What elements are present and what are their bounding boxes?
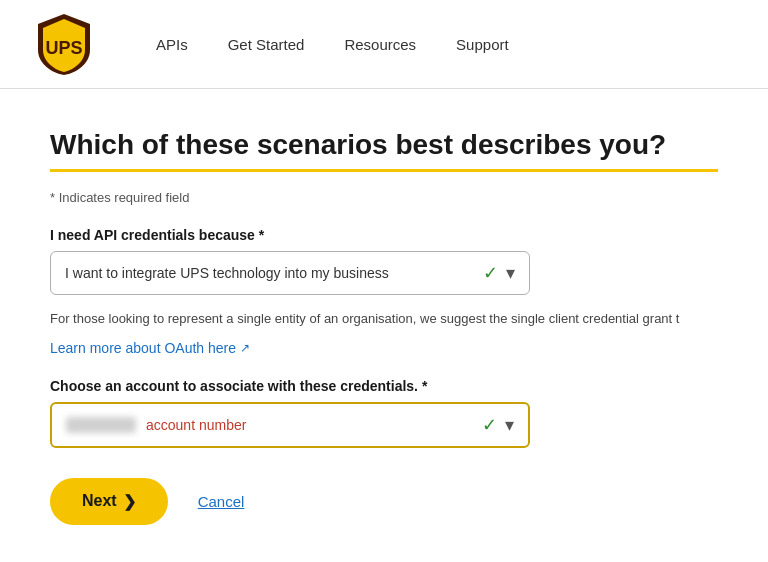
required-note: * Indicates required field xyxy=(50,190,718,205)
ups-logo-container[interactable]: UPS xyxy=(32,12,96,76)
credential-dropdown[interactable]: I want to integrate UPS technology into … xyxy=(50,251,530,295)
chevron-down-icon: ▾ xyxy=(506,262,515,284)
external-link-icon: ↗ xyxy=(240,341,250,355)
account-field-label: Choose an account to associate with thes… xyxy=(50,378,718,394)
next-button[interactable]: Next ❯ xyxy=(50,478,168,525)
svg-text:UPS: UPS xyxy=(45,38,82,58)
account-dropdown-icons: ✓ ▾ xyxy=(482,414,514,436)
account-blurred-number xyxy=(66,417,136,433)
dropdown-icons: ✓ ▾ xyxy=(483,262,515,284)
account-chevron-icon: ▾ xyxy=(505,414,514,436)
next-label: Next xyxy=(82,492,117,510)
account-number-text: account number xyxy=(146,417,246,433)
title-underline xyxy=(50,169,718,172)
info-text: For those looking to represent a single … xyxy=(50,309,718,329)
account-dropdown[interactable]: account number ✓ ▾ xyxy=(50,402,530,448)
account-check-icon: ✓ xyxy=(482,414,497,436)
next-arrow-icon: ❯ xyxy=(123,492,136,511)
main-nav: APIs Get Started Resources Support xyxy=(156,36,509,53)
cancel-button[interactable]: Cancel xyxy=(198,493,245,510)
nav-support[interactable]: Support xyxy=(456,36,509,53)
check-icon: ✓ xyxy=(483,262,498,284)
learn-more-link[interactable]: Learn more about OAuth here ↗ xyxy=(50,340,250,356)
account-left: account number xyxy=(66,417,482,433)
button-row: Next ❯ Cancel xyxy=(50,478,718,525)
page-title: Which of these scenarios best describes … xyxy=(50,129,718,161)
credential-field-label: I need API credentials because * xyxy=(50,227,718,243)
nav-get-started[interactable]: Get Started xyxy=(228,36,305,53)
learn-more-label: Learn more about OAuth here xyxy=(50,340,236,356)
credential-dropdown-value: I want to integrate UPS technology into … xyxy=(65,265,483,281)
ups-logo: UPS xyxy=(32,12,96,76)
nav-apis[interactable]: APIs xyxy=(156,36,188,53)
nav-resources[interactable]: Resources xyxy=(344,36,416,53)
